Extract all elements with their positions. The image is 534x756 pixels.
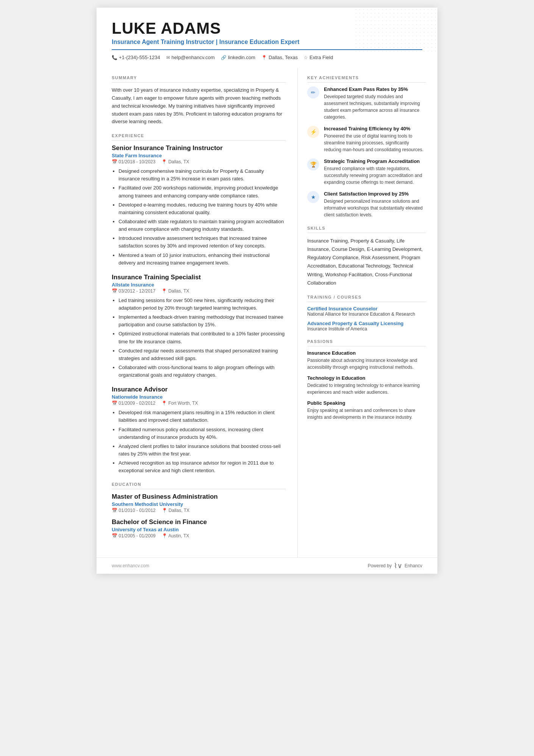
job-title-1: Senior Insurance Training Instructor <box>112 144 286 152</box>
courses-title: TRAINING / COURSES <box>307 295 426 302</box>
course-item-2: Advanced Property & Casualty Licensing I… <box>307 321 426 332</box>
contact-email: ✉ help@enhancv.com <box>166 55 215 60</box>
achievement-content-1: Enhanced Exam Pass Rates by 35% Develope… <box>324 86 426 121</box>
passion-item-1: Insurance Education Passionate about adv… <box>307 350 426 371</box>
title-part2: Insurance Education Expert <box>219 39 300 45</box>
passions-title: PASSIONS <box>307 339 426 346</box>
job-dates-2: 📅 03/2012 - 12/2017 <box>112 288 155 294</box>
job-location-2: 📍 Dallas, TX <box>161 288 189 294</box>
passions-section: PASSIONS Insurance Education Passionate … <box>307 339 426 421</box>
achievement-item-2: ⚡ Increased Training Efficiency by 40% P… <box>307 126 426 153</box>
skills-title: SKILLS <box>307 226 426 233</box>
passion-desc-3: Enjoy speaking at seminars and conferenc… <box>307 407 426 421</box>
edu-calendar-icon-2: 📅 <box>112 533 117 538</box>
achievement-desc-2: Pioneered the use of digital learning to… <box>324 133 426 153</box>
achievement-desc-1: Developed targeted study modules and ass… <box>324 93 426 121</box>
achievement-title-4: Client Satisfaction Improved by 25% <box>324 191 426 197</box>
edu-school-1: Southern Methodist University <box>112 501 286 507</box>
location-icon: 📍 <box>261 55 267 60</box>
job-meta-2: 📅 03/2012 - 12/2017 📍 Dallas, TX <box>112 288 286 294</box>
pin-icon-1: 📍 <box>161 159 167 164</box>
edu-item-2: Bachelor of Science in Finance Universit… <box>112 518 286 538</box>
summary-text: With over 10 years of insurance industry… <box>112 86 286 126</box>
calendar-icon-1: 📅 <box>112 159 117 164</box>
bullet-3-4: Achieved recognition as top insurance ad… <box>119 459 286 474</box>
powered-by-text: Powered by <box>368 563 392 568</box>
contact-location: 📍 Dallas, Texas <box>261 55 298 60</box>
passion-title-1: Insurance Education <box>307 350 426 356</box>
achievements-section: KEY ACHIEVEMENTS ✏ Enhanced Exam Pass Ra… <box>307 75 426 218</box>
contact-bar: 📞 +1-(234)-555-1234 ✉ help@enhancv.com 🔗… <box>112 55 422 60</box>
achievement-title-1: Enhanced Exam Pass Rates by 35% <box>324 86 426 92</box>
course-item-1: Certified Insurance Counselor National A… <box>307 306 426 317</box>
bullet-1-5: Introduced innovative assessment techniq… <box>119 235 286 250</box>
skills-section: SKILLS Insurance Training, Property & Ca… <box>307 226 426 287</box>
achievement-content-3: Strategic Training Program Accreditation… <box>324 158 426 186</box>
course-org-1: National Alliance for Insurance Educatio… <box>307 311 426 317</box>
candidate-name: LUKE ADAMS <box>112 20 422 37</box>
resume-container: LUKE ADAMS Insurance Agent Training Inst… <box>97 8 437 574</box>
summary-title: SUMMARY <box>112 75 286 83</box>
job-dates-1: 📅 01/2018 - 10/2023 <box>112 159 155 164</box>
achievement-title-3: Strategic Training Program Accreditation <box>324 158 426 164</box>
achievements-title: KEY ACHIEVEMENTS <box>307 75 426 83</box>
bullet-2-4: Conducted regular needs assessments that… <box>119 347 286 362</box>
achievement-icon-4: ★ <box>307 191 319 203</box>
footer-website: www.enhancv.com <box>112 563 149 568</box>
bullet-2-3: Optimized instructional materials that c… <box>119 330 286 345</box>
achievement-item-3: 🏆 Strategic Training Program Accreditati… <box>307 158 426 186</box>
job-bullets-1: Designed comprehensive training curricul… <box>112 167 286 267</box>
achievement-title-2: Increased Training Efficiency by 40% <box>324 126 426 131</box>
bullet-2-1: Led training sessions for over 500 new h… <box>119 297 286 312</box>
course-name-2: Advanced Property & Casualty Licensing <box>307 321 426 326</box>
enhancv-brand-name: Enhancv <box>404 563 422 568</box>
bullet-3-2: Facilitated numerous policy educational … <box>119 426 286 441</box>
skills-text: Insurance Training, Property & Casualty,… <box>307 237 426 287</box>
star-icon: ☆ <box>304 55 308 60</box>
bullet-1-2: Facilitated over 200 workshops nationwid… <box>119 184 286 199</box>
edu-dates-1: 📅 01/2010 - 01/2012 <box>112 508 156 513</box>
contact-phone: 📞 +1-(234)-555-1234 <box>112 55 160 60</box>
job-dates-3: 📅 01/2009 - 02/2012 <box>112 401 155 406</box>
job-item-3: Insurance Advisor Nationwide Insurance 📅… <box>112 386 286 474</box>
achievement-icon-1: ✏ <box>307 86 319 99</box>
job-meta-3: 📅 01/2009 - 02/2012 📍 Fort Worth, TX <box>112 401 286 406</box>
edu-dates-2: 📅 01/2005 - 01/2009 <box>112 533 156 538</box>
footer-bar: www.enhancv.com Powered by ⌇∨ Enhancv <box>97 557 437 574</box>
edu-pin-icon-1: 📍 <box>162 508 167 513</box>
candidate-title: Insurance Agent Training Instructor | In… <box>112 39 422 50</box>
title-separator: | <box>216 39 219 45</box>
summary-section: SUMMARY With over 10 years of insurance … <box>112 75 286 126</box>
achievement-desc-4: Designed personalized insurance solution… <box>324 198 426 218</box>
contact-extra: ☆ Extra Field <box>304 55 333 60</box>
bullet-1-4: Collaborated with state regulators to ma… <box>119 218 286 233</box>
edu-degree-2: Bachelor of Science in Finance <box>112 518 286 526</box>
pin-icon-3: 📍 <box>161 401 167 406</box>
experience-section: EXPERIENCE Senior Insurance Training Ins… <box>112 133 286 474</box>
education-title: EDUCATION <box>112 482 286 489</box>
bullet-3-1: Developed risk management plans resultin… <box>119 409 286 424</box>
achievement-item-4: ★ Client Satisfaction Improved by 25% De… <box>307 191 426 218</box>
title-part1: Insurance Agent Training Instructor <box>112 39 214 45</box>
edu-meta-1: 📅 01/2010 - 01/2012 📍 Dallas, TX <box>112 508 286 513</box>
job-title-2: Insurance Training Specialist <box>112 274 286 281</box>
edu-item-1: Master of Business Administration Southe… <box>112 493 286 513</box>
pin-icon-2: 📍 <box>161 288 167 294</box>
job-location-3: 📍 Fort Worth, TX <box>161 401 198 406</box>
email-icon: ✉ <box>166 55 170 60</box>
edu-location-2: 📍 Austin, TX <box>162 533 189 538</box>
bullet-2-2: Implemented a feedback-driven training m… <box>119 313 286 329</box>
courses-section: TRAINING / COURSES Certified Insurance C… <box>307 295 426 332</box>
edu-location-1: 📍 Dallas, TX <box>162 508 189 513</box>
job-company-1: State Farm Insurance <box>112 153 286 158</box>
edu-calendar-icon-1: 📅 <box>112 508 117 513</box>
bullet-1-3: Developed e-learning modules, reducing l… <box>119 201 286 216</box>
link-icon: 🔗 <box>221 55 226 60</box>
calendar-icon-2: 📅 <box>112 288 117 294</box>
job-item-1: Senior Insurance Training Instructor Sta… <box>112 144 286 267</box>
job-location-1: 📍 Dallas, TX <box>161 159 189 164</box>
edu-pin-icon-2: 📍 <box>162 533 167 538</box>
job-company-2: Allstate Insurance <box>112 282 286 288</box>
passion-title-2: Technology in Education <box>307 375 426 381</box>
left-column: SUMMARY With over 10 years of insurance … <box>97 68 298 557</box>
